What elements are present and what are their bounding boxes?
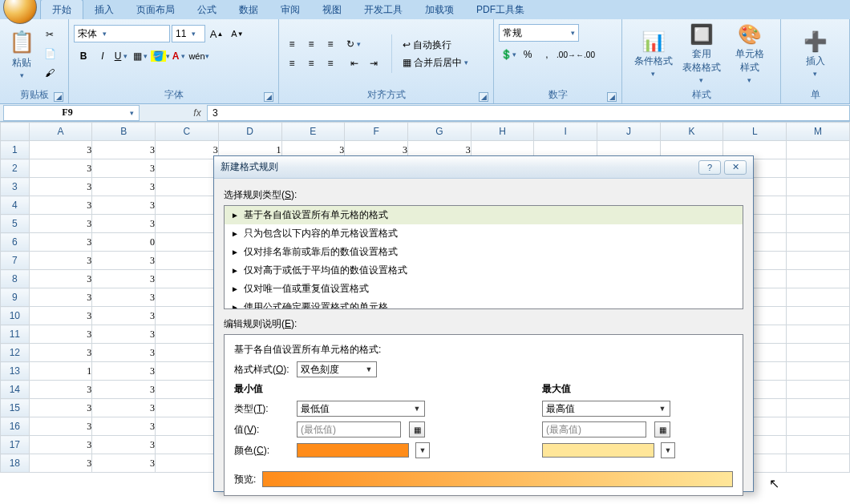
min-color-drop[interactable]: ▼ — [415, 442, 430, 458]
cell[interactable] — [787, 270, 850, 288]
row-header-10[interactable]: 10 — [1, 307, 30, 325]
cell[interactable] — [787, 344, 850, 362]
rule-type-item[interactable]: ►仅对排名靠前或靠后的数值设置格式 — [225, 243, 743, 261]
cell[interactable] — [787, 159, 850, 178]
cell[interactable]: 3 — [29, 215, 92, 233]
select-all-corner[interactable] — [1, 123, 30, 141]
cell[interactable] — [156, 215, 219, 233]
cell[interactable]: 3 — [92, 381, 156, 399]
increase-font-button[interactable]: A▲ — [208, 25, 225, 42]
col-header-J[interactable]: J — [597, 123, 661, 141]
cell[interactable] — [156, 417, 219, 436]
cell[interactable]: 3 — [92, 288, 156, 307]
cell[interactable]: 3 — [92, 159, 156, 178]
cell[interactable]: 3 — [92, 454, 156, 473]
col-header-L[interactable]: L — [723, 123, 787, 141]
help-button[interactable]: ? — [698, 160, 721, 175]
row-header-14[interactable]: 14 — [1, 381, 30, 399]
ribbon-tab-9[interactable]: PDF工具集 — [465, 0, 536, 19]
cell[interactable] — [787, 252, 850, 270]
copy-button[interactable]: 📄 — [41, 45, 59, 62]
ribbon-tab-0[interactable]: 开始 — [40, 0, 83, 19]
cell[interactable] — [787, 215, 850, 233]
cell[interactable]: 3 — [29, 196, 92, 215]
number-launcher[interactable]: ◢ — [607, 92, 617, 102]
format-style-select[interactable]: 双色刻度 ▼ — [297, 361, 377, 377]
ribbon-tab-5[interactable]: 审阅 — [269, 0, 311, 19]
cell[interactable]: 3 — [29, 141, 92, 159]
merge-center-button[interactable]: ▦ 合并后居中 ▾ — [400, 54, 472, 71]
cell[interactable]: 3 — [92, 399, 156, 417]
cell[interactable] — [156, 325, 219, 344]
align-bottom-button[interactable]: ≡ — [322, 35, 339, 53]
align-center-button[interactable]: ≡ — [302, 54, 320, 72]
cell[interactable] — [156, 288, 219, 307]
alignment-launcher[interactable]: ◢ — [479, 92, 488, 102]
cell[interactable]: 3 — [29, 252, 92, 270]
cell[interactable]: 3 — [29, 454, 92, 473]
phonetic-button[interactable]: wén▾ — [190, 47, 208, 65]
font-color-button[interactable]: A▾ — [171, 47, 188, 65]
cell[interactable]: 3 — [29, 381, 92, 399]
cell[interactable]: 3 — [92, 417, 156, 436]
rule-type-item[interactable]: ►使用公式确定要设置格式的单元格 — [225, 298, 743, 309]
font-size-combo[interactable]: 11 ▾ — [172, 25, 205, 42]
max-color-drop[interactable]: ▼ — [661, 442, 675, 458]
cell[interactable]: 3 — [29, 436, 92, 454]
row-header-9[interactable]: 9 — [1, 288, 30, 307]
paste-button[interactable]: 📋 粘贴 ▾ — [3, 28, 40, 79]
cell[interactable]: 3 — [29, 288, 92, 307]
cell[interactable] — [156, 362, 219, 381]
cell[interactable] — [156, 196, 219, 215]
align-middle-button[interactable]: ≡ — [302, 35, 320, 53]
cell[interactable] — [787, 417, 850, 436]
min-type-select[interactable]: 最低值 ▼ — [297, 401, 425, 417]
increase-indent-button[interactable]: ⇥ — [365, 54, 382, 72]
cell[interactable]: 3 — [92, 196, 156, 215]
cut-button[interactable]: ✂ — [41, 26, 59, 43]
cell[interactable] — [787, 178, 850, 196]
ribbon-tab-6[interactable]: 视图 — [311, 0, 353, 19]
rule-type-item[interactable]: ►只为包含以下内容的单元格设置格式 — [225, 224, 743, 243]
cell[interactable] — [787, 325, 850, 344]
dialog-titlebar[interactable]: 新建格式规则 ? ✕ — [214, 156, 753, 179]
cell[interactable] — [787, 141, 850, 159]
min-color-swatch[interactable] — [297, 443, 409, 458]
wrap-text-button[interactable]: ↩ 自动换行 — [400, 36, 472, 54]
max-color-swatch[interactable] — [542, 443, 654, 458]
cell[interactable]: 3 — [92, 215, 156, 233]
format-painter-button[interactable]: 🖌 — [41, 64, 59, 82]
min-value-ref-button[interactable]: ▦ — [409, 421, 425, 437]
cell[interactable] — [787, 399, 850, 417]
col-header-A[interactable]: A — [29, 123, 92, 141]
row-header-5[interactable]: 5 — [1, 215, 30, 233]
cell[interactable]: 3 — [29, 159, 92, 178]
cell[interactable] — [156, 159, 219, 178]
ribbon-tab-4[interactable]: 数据 — [228, 0, 269, 19]
max-type-select[interactable]: 最高值 ▼ — [542, 401, 670, 417]
close-button[interactable]: ✕ — [724, 160, 747, 175]
row-header-6[interactable]: 6 — [1, 233, 30, 252]
formula-input[interactable]: 3 — [207, 105, 850, 121]
cell[interactable] — [156, 233, 219, 252]
cell[interactable]: 3 — [92, 141, 156, 159]
cell-styles-button[interactable]: 🎨 单元格 样式 ▾ — [727, 23, 772, 84]
cell[interactable]: 3 — [29, 399, 92, 417]
cell[interactable] — [787, 307, 850, 325]
font-name-combo[interactable]: 宋体 ▾ — [74, 25, 170, 42]
conditional-formatting-button[interactable]: 📊 条件格式 ▾ — [631, 30, 676, 78]
cell[interactable]: 0 — [92, 233, 156, 252]
max-value-ref-button[interactable]: ▦ — [654, 421, 670, 437]
name-box[interactable]: F9 ▾ — [3, 105, 140, 121]
cell[interactable] — [787, 436, 850, 454]
italic-button[interactable]: I — [94, 47, 111, 65]
accounting-format-button[interactable]: 💲▾ — [500, 46, 517, 63]
cell[interactable]: 3 — [156, 141, 219, 159]
cell[interactable]: 3 — [92, 252, 156, 270]
row-header-13[interactable]: 13 — [1, 362, 30, 381]
col-header-D[interactable]: D — [218, 123, 281, 141]
ribbon-tab-1[interactable]: 插入 — [83, 0, 125, 19]
comma-button[interactable]: , — [538, 46, 556, 63]
cell[interactable] — [787, 381, 850, 399]
col-header-K[interactable]: K — [660, 123, 723, 141]
